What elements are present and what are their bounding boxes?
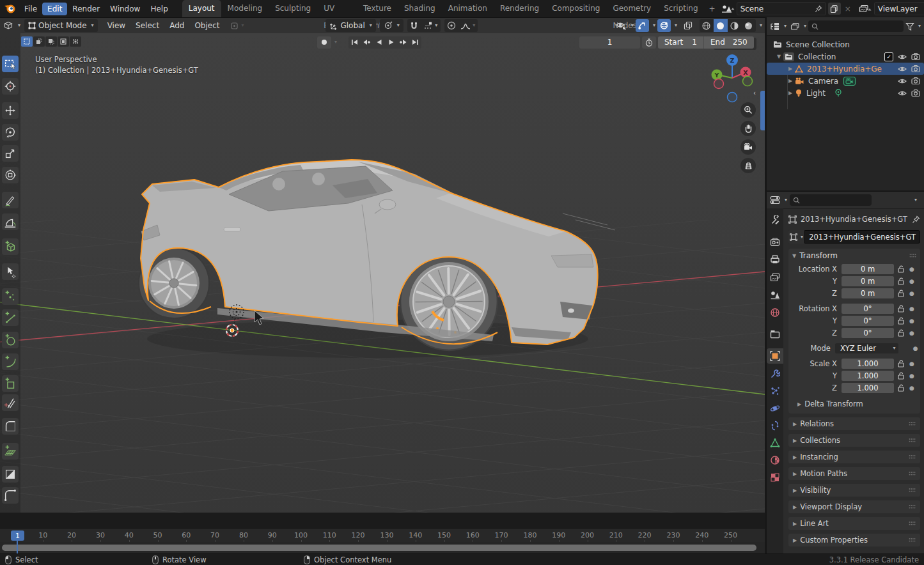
menu-view[interactable]: View [103,21,130,30]
location-y-field[interactable]: 0 m [842,276,894,286]
properties-tab-object-data-icon[interactable] [767,435,783,451]
lock-open-icon[interactable] [894,372,908,380]
drag-handle-icon[interactable] [909,421,916,426]
add-square-tool[interactable] [2,375,19,392]
pin-icon[interactable] [912,215,920,224]
tab-layout[interactable]: Layout [182,0,221,17]
select-mode-extend-icon[interactable] [33,36,45,47]
current-frame-badge[interactable]: 1 [11,530,24,541]
shading-material-icon[interactable] [728,19,742,32]
camera-visibility-icon[interactable] [911,77,920,85]
scale-tool[interactable] [2,145,19,162]
zoom-button[interactable] [740,102,756,118]
camera-visibility-icon[interactable] [911,65,920,73]
properties-tab-texture-icon[interactable] [767,470,783,485]
lock-open-icon[interactable] [894,277,908,285]
animate-dot-icon[interactable]: ● [908,360,916,367]
section-custom-properties[interactable]: ▶Custom Properties [788,534,920,546]
drag-handle-icon[interactable] [909,471,916,476]
scale-y-field[interactable]: 1.000 [842,371,894,381]
menu-select[interactable]: Select [131,21,164,30]
properties-tab-physics-icon[interactable] [767,401,783,416]
camera-visibility-icon[interactable] [911,89,920,97]
lock-open-icon[interactable] [894,317,908,325]
mode-dropdown[interactable]: Object Mode▾ [24,19,98,32]
section-instancing[interactable]: ▶Instancing [788,451,920,463]
eye-icon[interactable] [898,65,907,73]
pan-hand-button[interactable] [740,121,756,136]
section-viewport-display[interactable]: ▶Viewport Display [788,500,920,513]
drag-handle-icon[interactable] [909,538,916,543]
properties-search-input[interactable] [790,194,872,206]
eye-icon[interactable] [898,89,907,97]
scene-browse-icon[interactable] [720,4,735,13]
editor-type-properties-icon[interactable] [770,196,780,205]
add-circle-tool[interactable] [2,332,19,348]
properties-tab-scene-icon[interactable] [767,287,783,302]
overlays-chevron-icon[interactable]: ▾ [675,23,677,28]
timeline-ruler[interactable]: 1 10203040506070809010011012013014015016… [0,529,765,543]
tab-sculpting[interactable]: Sculpting [269,0,317,17]
animate-dot-icon[interactable]: ● [908,330,916,336]
select-mode-new-icon[interactable] [21,36,33,47]
viewport-canvas[interactable]: Z Y X [0,33,765,513]
sidebar-tab[interactable] [760,91,765,130]
drag-handle-icon[interactable] [909,504,916,509]
gizmo-y-neg-axis[interactable] [743,77,753,86]
section-visibility[interactable]: ▶Visibility [788,484,920,497]
scale-z-field[interactable]: 1.000 [842,383,894,393]
outliner-row-camera[interactable]: ▶ Camera [767,75,924,87]
menu-file[interactable]: File [19,3,42,15]
timeline-scrollbar[interactable] [2,545,756,551]
eye-icon[interactable] [898,77,907,85]
menu-add[interactable]: Add [165,21,189,30]
sidebar-collapse-icon[interactable]: ‹ [753,89,756,97]
tab-geometry-nodes[interactable]: Geometry Nodes [606,0,657,17]
animate-dot-icon[interactable]: ● [908,290,916,297]
checkbox-checked-icon[interactable]: ✓ [884,52,893,61]
tool-settings-dropdown[interactable]: ▾ [230,22,244,30]
tab-texture-paint[interactable]: Texture Paint [357,0,398,17]
tab-animation[interactable]: Animation [442,0,494,17]
filter-icon[interactable] [905,22,914,31]
delta-transform-subpanel[interactable]: ▶Delta Transform [797,398,918,410]
unlink-scene-button[interactable]: × [842,4,854,13]
tab-modeling[interactable]: Modeling [221,0,269,17]
shading-wireframe-icon[interactable] [700,19,714,32]
trim-tool[interactable] [2,466,19,483]
eye-icon[interactable] [898,53,907,61]
select-mode-subtract-icon[interactable] [45,36,57,47]
add-cube-tool[interactable] [2,238,19,255]
autokey-chevron-icon[interactable]: ▾ [334,40,337,45]
rotate-tool[interactable] [2,124,19,141]
orthographic-toggle-button[interactable] [740,158,756,173]
properties-options-chevron-icon[interactable]: ▾ [914,197,917,203]
blender-logo-icon[interactable] [4,3,16,14]
play-reverse-button[interactable] [373,36,385,49]
properties-tab-collection-icon[interactable] [767,327,783,342]
select-mode-intersect-icon[interactable] [70,36,81,47]
cursor-3d-tool[interactable] [2,78,19,95]
editor-type-chevron-icon[interactable]: ▾ [18,23,20,28]
location-z-field[interactable]: 0 m [842,288,894,298]
animate-dot-icon[interactable]: ● [908,385,916,391]
drag-handle-icon[interactable] [909,253,916,258]
move-tool[interactable] [2,102,19,119]
expand-object-icon[interactable]: ▶ [786,66,795,72]
scale-x-field[interactable]: 1.000 [842,359,894,369]
proportional-edit-toggle-icon[interactable] [444,19,458,32]
gizmos-toggle[interactable] [636,19,649,32]
filter-id-chevron-icon[interactable]: ▾ [804,24,806,29]
gizmos-chevron-icon[interactable]: ▾ [653,23,655,28]
browse-object-button[interactable]: ▾ [788,230,804,244]
shading-rendered-icon[interactable] [742,19,756,32]
start-frame-field[interactable]: Start1 [658,38,703,47]
tab-shading[interactable]: Shading [398,0,442,17]
animate-dot-icon[interactable]: ● [908,373,916,379]
xray-toggle[interactable] [682,19,695,32]
properties-editor-chevron-icon[interactable]: ▾ [785,197,787,203]
tab-scripting[interactable]: Scripting [657,0,704,17]
camera-visibility-icon[interactable] [911,52,920,61]
transform-tool[interactable] [2,167,19,183]
tab-compositing[interactable]: Compositing [545,0,606,17]
